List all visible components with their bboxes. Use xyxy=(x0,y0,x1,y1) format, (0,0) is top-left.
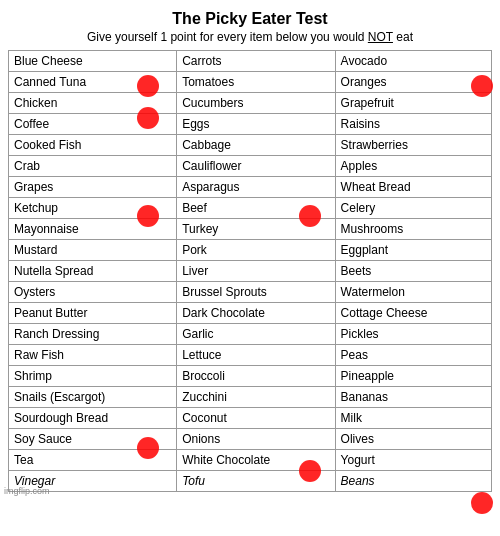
table-row: MayonnaiseTurkeyMushrooms xyxy=(9,219,492,240)
table-cell: Raw Fish xyxy=(9,345,177,366)
table-cell: Yogurt xyxy=(335,450,491,471)
table-cell: White Chocolate xyxy=(177,450,335,471)
table-row: Cooked FishCabbageStrawberries xyxy=(9,135,492,156)
page-subtitle: Give yourself 1 point for every item bel… xyxy=(8,30,492,44)
table-cell: Cauliflower xyxy=(177,156,335,177)
table-row: Nutella SpreadLiverBeets xyxy=(9,261,492,282)
table-row: Peanut ButterDark ChocolateCottage Chees… xyxy=(9,303,492,324)
page-wrapper: The Picky Eater Test Give yourself 1 poi… xyxy=(0,0,500,498)
table-row: Raw FishLettucePeas xyxy=(9,345,492,366)
table-cell: Oranges xyxy=(335,72,491,93)
table-cell: Cucumbers xyxy=(177,93,335,114)
table-cell: Pork xyxy=(177,240,335,261)
table-cell: Pineapple xyxy=(335,366,491,387)
selection-dot-7 xyxy=(471,492,493,514)
table-row: Sourdough BreadCoconutMilk xyxy=(9,408,492,429)
table-cell: Beef xyxy=(177,198,335,219)
table-cell: Peas xyxy=(335,345,491,366)
table-cell: Milk xyxy=(335,408,491,429)
table-cell: Wheat Bread xyxy=(335,177,491,198)
table-row: GrapesAsparagusWheat Bread xyxy=(9,177,492,198)
table-cell: Asparagus xyxy=(177,177,335,198)
table-cell: Carrots xyxy=(177,51,335,72)
table-cell: Crab xyxy=(9,156,177,177)
table-cell: Beets xyxy=(335,261,491,282)
table-cell: Broccoli xyxy=(177,366,335,387)
table-cell: Apples xyxy=(335,156,491,177)
table-cell: Lettuce xyxy=(177,345,335,366)
subtitle-emphasis: NOT xyxy=(368,30,393,44)
table-cell: Ketchup xyxy=(9,198,177,219)
table-cell: Zucchini xyxy=(177,387,335,408)
table-cell: Eggs xyxy=(177,114,335,135)
table-cell: Mustard xyxy=(9,240,177,261)
table-cell: Pickles xyxy=(335,324,491,345)
table-cell: Chicken xyxy=(9,93,177,114)
table-row: Blue CheeseCarrotsAvocado xyxy=(9,51,492,72)
table-cell: Celery xyxy=(335,198,491,219)
table-cell: Tofu xyxy=(177,471,335,492)
table-row: ShrimpBroccoliPineapple xyxy=(9,366,492,387)
table-row: CrabCauliflowerApples xyxy=(9,156,492,177)
table-cell: Cabbage xyxy=(177,135,335,156)
table-row: TeaWhite ChocolateYogurt xyxy=(9,450,492,471)
table-cell: Bananas xyxy=(335,387,491,408)
table-cell: Soy Sauce xyxy=(9,429,177,450)
subtitle-text-suffix: eat xyxy=(393,30,413,44)
table-cell: Grapefruit xyxy=(335,93,491,114)
page-title: The Picky Eater Test xyxy=(8,10,492,28)
table-row: Soy SauceOnionsOlives xyxy=(9,429,492,450)
table-cell: Snails (Escargot) xyxy=(9,387,177,408)
table-cell: Nutella Spread xyxy=(9,261,177,282)
table-cell: Dark Chocolate xyxy=(177,303,335,324)
table-cell: Beans xyxy=(335,471,491,492)
table-cell: Cottage Cheese xyxy=(335,303,491,324)
table-cell: Liver xyxy=(177,261,335,282)
table-row: KetchupBeefCelery xyxy=(9,198,492,219)
table-cell: Mayonnaise xyxy=(9,219,177,240)
table-cell: Ranch Dressing xyxy=(9,324,177,345)
table-cell: Mushrooms xyxy=(335,219,491,240)
table-cell: Avocado xyxy=(335,51,491,72)
table-cell: Strawberries xyxy=(335,135,491,156)
table-cell: Coffee xyxy=(9,114,177,135)
table-cell: Coconut xyxy=(177,408,335,429)
table-cell: Watermelon xyxy=(335,282,491,303)
watermark: imgflip.com xyxy=(4,486,50,496)
table-cell: Canned Tuna xyxy=(9,72,177,93)
table-row: ChickenCucumbersGrapefruit xyxy=(9,93,492,114)
table-row: CoffeeEggsRaisins xyxy=(9,114,492,135)
table-cell: Peanut Butter xyxy=(9,303,177,324)
table-cell: Oysters xyxy=(9,282,177,303)
table-row: Snails (Escargot)ZucchiniBananas xyxy=(9,387,492,408)
table-cell: Cooked Fish xyxy=(9,135,177,156)
table-cell: Turkey xyxy=(177,219,335,240)
table-cell: Blue Cheese xyxy=(9,51,177,72)
table-row: VinegarTofuBeans xyxy=(9,471,492,492)
table-cell: Eggplant xyxy=(335,240,491,261)
table-cell: Onions xyxy=(177,429,335,450)
table-cell: Garlic xyxy=(177,324,335,345)
subtitle-text-prefix: Give yourself 1 point for every item bel… xyxy=(87,30,368,44)
table-cell: Olives xyxy=(335,429,491,450)
table-row: Canned TunaTomatoesOranges xyxy=(9,72,492,93)
table-cell: Tea xyxy=(9,450,177,471)
table-cell: Raisins xyxy=(335,114,491,135)
table-row: MustardPorkEggplant xyxy=(9,240,492,261)
table-cell: Sourdough Bread xyxy=(9,408,177,429)
table-cell: Grapes xyxy=(9,177,177,198)
table-cell: Brussel Sprouts xyxy=(177,282,335,303)
table-row: Ranch DressingGarlicPickles xyxy=(9,324,492,345)
table-cell: Shrimp xyxy=(9,366,177,387)
table-cell: Tomatoes xyxy=(177,72,335,93)
food-table: Blue CheeseCarrotsAvocadoCanned TunaToma… xyxy=(8,50,492,492)
table-row: OystersBrussel SproutsWatermelon xyxy=(9,282,492,303)
